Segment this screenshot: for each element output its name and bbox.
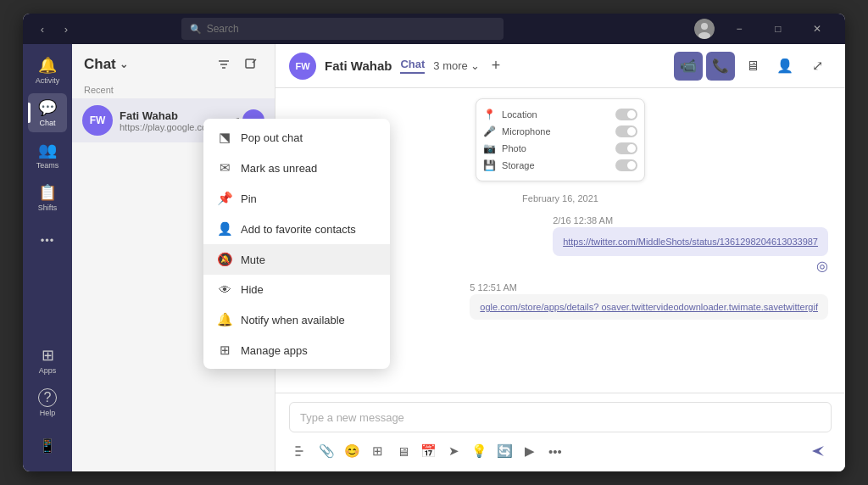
sidebar-item-more[interactable]: ••• xyxy=(28,220,67,259)
ctx-pin-label: Pin xyxy=(241,192,257,205)
notify-icon: 🔔 xyxy=(217,312,232,327)
svg-rect-6 xyxy=(246,59,254,68)
ctx-add-favorite-label: Add to favorite contacts xyxy=(241,223,356,236)
main-content: 🔔 Activity 💬 Chat 👥 Teams 📋 Shifts ••• xyxy=(23,44,845,471)
sidebar-item-activity[interactable]: 🔔 Activity xyxy=(28,51,67,90)
context-menu: ⬔ Pop out chat ✉ Mark as unread 📌 Pin 👤 … xyxy=(203,119,390,369)
photo-icon: 📷 xyxy=(483,142,496,154)
sidebar-item-teams[interactable]: 👥 Teams xyxy=(28,136,67,175)
participants-button[interactable]: 👤 xyxy=(771,52,799,81)
msg1-content: https://twitter.com/MiddleShots/status/1… xyxy=(553,227,828,256)
ctx-mute[interactable]: 🔕 Mute xyxy=(203,244,390,275)
attach-button[interactable]: 📎 xyxy=(314,439,338,463)
profile-avatar[interactable] xyxy=(694,19,715,39)
sidebar-item-chat[interactable]: 💬 Chat xyxy=(28,93,67,132)
msg1-link[interactable]: https://twitter.com/MiddleShots/status/1… xyxy=(563,237,818,247)
ctx-manage-apps-label: Manage apps xyxy=(241,344,308,357)
msg1-status: ◎ xyxy=(553,258,828,274)
app-window: ‹ › 🔍 − □ ✕ 🔔 xyxy=(23,14,845,471)
microphone-toggle[interactable] xyxy=(615,125,637,137)
video-clip-button[interactable]: ▶ xyxy=(518,439,542,463)
video-call-button[interactable]: 📹 xyxy=(674,52,703,81)
back-button[interactable]: ‹ xyxy=(33,20,52,38)
device-icon: 📱 xyxy=(39,438,56,454)
schedule-button[interactable]: 📅 xyxy=(416,439,440,463)
more-tabs[interactable]: 3 more ⌄ xyxy=(433,59,479,72)
ctx-pin[interactable]: 📌 Pin xyxy=(203,183,390,214)
message-2: 5 12:51 AM ogle.com/store/apps/details? … xyxy=(470,282,828,320)
sidebar-label-activity: Activity xyxy=(36,76,60,85)
ctx-notify[interactable]: 🔔 Notify when available xyxy=(203,304,390,335)
sidebar-label-chat: Chat xyxy=(39,119,55,127)
sidebar-item-device[interactable]: 📱 xyxy=(28,426,67,465)
location-toggle[interactable] xyxy=(615,109,637,120)
mark-unread-icon: ✉ xyxy=(217,160,232,176)
emoji-button[interactable]: 😊 xyxy=(340,439,364,463)
chat-toolbar: 📎 😊 ⊞ 🖥 📅 ➤ 💡 🔄 ▶ ••• xyxy=(289,438,832,465)
chat-list-header: Chat ⌄ xyxy=(72,44,275,81)
apps-button[interactable]: ⊞ xyxy=(365,439,389,463)
chat-header: FW Fati Wahab Chat 3 more ⌄ + 📹 📞 🖥 👤 ⤢ xyxy=(275,44,845,88)
ctx-mark-unread-label: Mark as unread xyxy=(241,162,317,175)
chat-icon: 💬 xyxy=(38,98,57,117)
sidebar-item-apps[interactable]: ⊞ Apps xyxy=(28,341,67,380)
sidebar-item-help[interactable]: ? Help xyxy=(28,383,67,422)
more-tabs-label: 3 more xyxy=(433,59,467,72)
ctx-pop-out-label: Pop out chat xyxy=(241,131,303,144)
meeting-button[interactable]: 🖥 xyxy=(391,439,415,463)
add-tab-button[interactable]: + xyxy=(492,57,501,75)
activity-icon: 🔔 xyxy=(38,56,57,75)
ctx-hide[interactable]: 👁 Hide xyxy=(203,275,390,304)
screen-share-button[interactable]: 🖥 xyxy=(738,52,767,81)
shifts-icon: 📋 xyxy=(38,183,57,202)
send-file-button[interactable]: ➤ xyxy=(442,439,465,463)
chat-list-panel: Chat ⌄ xyxy=(72,44,275,471)
window-controls: − □ ✕ xyxy=(721,14,835,44)
search-icon: 🔍 xyxy=(190,24,202,35)
storage-toggle[interactable] xyxy=(615,159,637,171)
compose-button[interactable] xyxy=(239,53,263,76)
ctx-pop-out[interactable]: ⬔ Pop out chat xyxy=(203,122,390,153)
loop-button[interactable]: 🔄 xyxy=(492,439,516,463)
chat-tab-chat[interactable]: Chat xyxy=(400,58,425,74)
storage-icon: 💾 xyxy=(483,159,496,171)
filter-button[interactable] xyxy=(212,53,236,76)
ctx-mark-unread[interactable]: ✉ Mark as unread xyxy=(203,153,390,183)
input-placeholder: Type a new message xyxy=(300,411,404,424)
svg-point-2 xyxy=(698,32,710,39)
chat-input-area: Type a new message 📎 😊 ⊞ 🖥 📅 ➤ 💡 🔄 ▶ ••• xyxy=(275,393,845,471)
format-button[interactable] xyxy=(289,439,313,463)
minimize-button[interactable]: − xyxy=(721,14,757,44)
more-options-button[interactable]: ••• xyxy=(543,439,567,463)
popout-button[interactable]: ⤢ xyxy=(803,52,832,81)
message-1: 2/16 12:38 AM https://twitter.com/Middle… xyxy=(553,215,828,274)
ctx-manage-apps[interactable]: ⊞ Manage apps xyxy=(203,335,390,365)
permission-storage: 💾 Storage xyxy=(483,157,637,174)
sidebar-label-shifts: Shifts xyxy=(38,203,58,212)
mute-icon: 🔕 xyxy=(217,252,232,267)
ctx-mute-label: Mute xyxy=(241,254,265,266)
close-button[interactable]: ✕ xyxy=(799,14,835,44)
pin-icon: 📌 xyxy=(217,191,232,206)
permission-card: 📍 Location 🎤 Microphone 📷 Photo 💾 Storag… xyxy=(476,98,645,181)
sidebar-item-shifts[interactable]: 📋 Shifts xyxy=(28,178,67,217)
photo-toggle[interactable] xyxy=(615,142,637,154)
search-input[interactable] xyxy=(207,23,495,35)
recent-label: Recent xyxy=(72,81,275,98)
send-button[interactable] xyxy=(804,438,832,465)
sticker-button[interactable]: 💡 xyxy=(467,439,491,463)
msg2-content: ogle.com/store/apps/details? osaver.twit… xyxy=(470,294,828,320)
sidebar-label-apps: Apps xyxy=(39,366,57,375)
manage-apps-icon: ⊞ xyxy=(217,343,232,358)
chat-header-name: Fati Wahab xyxy=(325,59,392,73)
audio-call-button[interactable]: 📞 xyxy=(706,52,735,81)
forward-button[interactable]: › xyxy=(57,20,75,38)
message-input[interactable]: Type a new message xyxy=(289,402,832,432)
ctx-add-favorite[interactable]: 👤 Add to favorite contacts xyxy=(203,214,390,244)
add-favorite-icon: 👤 xyxy=(217,221,232,237)
ctx-notify-label: Notify when available xyxy=(241,314,345,326)
chevron-icon: ⌄ xyxy=(470,59,480,72)
msg2-link[interactable]: ogle.com/store/apps/details? osaver.twit… xyxy=(480,302,818,312)
chevron-down-icon[interactable]: ⌄ xyxy=(120,59,128,70)
maximize-button[interactable]: □ xyxy=(760,14,796,44)
